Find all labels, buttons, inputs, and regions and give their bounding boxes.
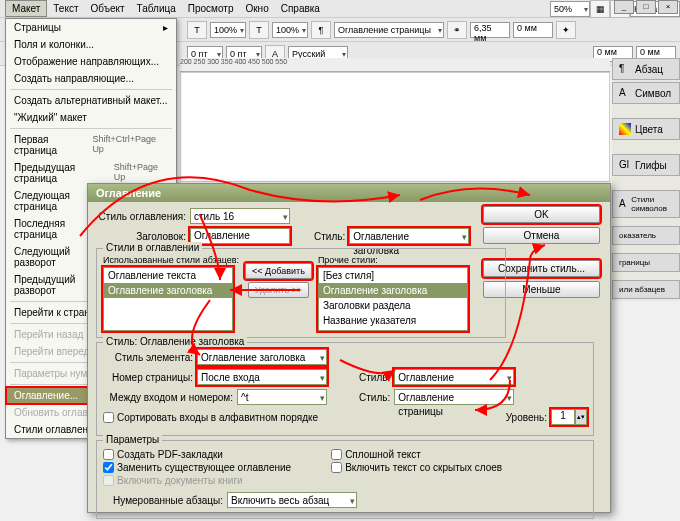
level-stepper[interactable]: 1 ▴▾: [551, 409, 587, 425]
used-styles-label: Использованные стили абзацев:: [103, 255, 239, 265]
menu-layout[interactable]: Макет: [5, 0, 47, 17]
dd-liquid[interactable]: "Жидкий" макет: [6, 109, 176, 126]
list-item[interactable]: [Основной абзац]: [319, 328, 467, 331]
cancel-button[interactable]: Отмена: [483, 227, 600, 244]
between-label: Между входом и номером:: [103, 392, 233, 403]
panel-extra-2[interactable]: границы: [612, 253, 680, 272]
layout-icon[interactable]: ▦: [590, 0, 610, 18]
side-panels: ¶Абзац AСимвол Цвета GlГлифы AСтили симв…: [612, 58, 680, 301]
continuous-checkbox[interactable]: [331, 449, 342, 460]
menu-help[interactable]: Справка: [275, 1, 326, 16]
minimize-button[interactable]: _: [614, 0, 634, 14]
menu-window[interactable]: Окно: [239, 1, 274, 16]
title-label: Заголовок:: [96, 231, 186, 242]
dd-pages[interactable]: Страницы▸: [6, 19, 176, 36]
level-label: Уровень:: [506, 412, 547, 423]
swatch-icon: [619, 123, 631, 135]
between-style-combo[interactable]: Оглавление страницы: [394, 389, 514, 405]
type-icon[interactable]: T: [187, 21, 207, 39]
horizontal-ruler: 200 250 300 350 400 450 500 550: [180, 58, 610, 72]
main-menubar: Макет Текст Объект Таблица Просмотр Окно…: [0, 0, 680, 18]
numbered-label: Нумерованные абзацы:: [103, 495, 223, 506]
menu-table[interactable]: Таблица: [131, 1, 182, 16]
menu-view[interactable]: Просмотр: [182, 1, 240, 16]
list-item[interactable]: Оглавление текста: [104, 268, 232, 283]
dd-guides-show[interactable]: Отображение направляющих...: [6, 53, 176, 70]
char-style-icon: A: [619, 198, 627, 210]
panel-paragraph[interactable]: ¶Абзац: [612, 58, 680, 80]
other-styles-list[interactable]: [Без стиля] Оглавление заголовка Заголов…: [318, 267, 468, 331]
sort-checkbox[interactable]: [103, 412, 114, 423]
panel-char-styles[interactable]: AСтили символов: [612, 190, 680, 218]
elem-group-title: Стиль: Оглавление заголовка: [103, 336, 247, 347]
title-input[interactable]: Оглавление: [190, 228, 290, 244]
panel-colors[interactable]: Цвета: [612, 118, 680, 140]
zoom-combo[interactable]: 50%: [550, 1, 590, 17]
toc-style-label: Стиль оглавления:: [96, 211, 186, 222]
title-style-combo[interactable]: Оглавление заголовка: [349, 228, 469, 244]
para-icon[interactable]: ¶: [311, 21, 331, 39]
hidden-checkbox[interactable]: [331, 462, 342, 473]
size1-combo[interactable]: 100%: [210, 22, 246, 38]
add-button[interactable]: << Добавить: [245, 263, 312, 279]
dialog-title: Оглавление: [88, 184, 610, 202]
menu-object[interactable]: Объект: [85, 1, 131, 16]
between-combo[interactable]: ^t: [237, 389, 327, 405]
ok-button[interactable]: OK: [483, 206, 600, 223]
toc-style-combo[interactable]: стиль 16: [190, 208, 290, 224]
style2-label: Стиль:: [359, 372, 390, 383]
list-item[interactable]: Оглавление заголовка: [104, 283, 232, 298]
used-styles-list[interactable]: Оглавление текста Оглавление заголовка: [103, 267, 233, 331]
dd-margins[interactable]: Поля и колонки...: [6, 36, 176, 53]
window-controls: _ □ ×: [614, 0, 678, 14]
style-label: Стиль:: [314, 231, 345, 242]
page-num-combo[interactable]: После входа: [197, 369, 327, 385]
other-styles-label: Прочие стили:: [318, 255, 468, 265]
type2-icon[interactable]: T: [249, 21, 269, 39]
params-group-title: Параметры: [103, 434, 162, 445]
elem-style-combo[interactable]: Оглавление заголовка: [197, 349, 327, 365]
elem-style-label: Стиль элемента:: [103, 352, 193, 363]
page-style-combo[interactable]: Оглавление страницы: [394, 369, 514, 385]
panel-extra-3[interactable]: или абзацев: [612, 280, 680, 299]
dim2-input[interactable]: 0 мм: [513, 22, 553, 38]
replace-checkbox[interactable]: [103, 462, 114, 473]
maximize-button[interactable]: □: [636, 0, 656, 14]
styles-group-title: Стили в оглавлении: [103, 242, 202, 253]
character-icon: A: [619, 87, 631, 99]
style3-label: Стиль:: [359, 392, 390, 403]
menu-text[interactable]: Текст: [47, 1, 84, 16]
numbered-combo[interactable]: Включить весь абзац: [227, 492, 357, 508]
panel-extra-1[interactable]: оказатель: [612, 226, 680, 245]
list-item[interactable]: Оглавление заголовка: [319, 283, 467, 298]
sort-label: Сортировать входы в алфавитном порядке: [117, 412, 318, 423]
list-item[interactable]: [Без стиля]: [319, 268, 467, 283]
glyph-icon: Gl: [619, 159, 631, 171]
star-icon[interactable]: ✦: [556, 21, 576, 39]
pdf-checkbox[interactable]: [103, 449, 114, 460]
list-item[interactable]: Заголовки раздела: [319, 298, 467, 313]
dd-first-page[interactable]: Первая страницаShift+Ctrl+Page Up: [6, 131, 176, 159]
panel-character[interactable]: AСимвол: [612, 82, 680, 104]
remove-button: Удалить >>: [248, 282, 309, 298]
dd-alt-layout[interactable]: Создать альтернативный макет...: [6, 92, 176, 109]
page-num-label: Номер страницы:: [103, 372, 193, 383]
include-doc-checkbox: [103, 475, 114, 486]
toc-dialog: Оглавление Стиль оглавления: стиль 16 За…: [87, 183, 611, 513]
close-button[interactable]: ×: [658, 0, 678, 14]
size2-combo[interactable]: 100%: [272, 22, 308, 38]
list-item[interactable]: Название указателя: [319, 313, 467, 328]
paragraph-icon: ¶: [619, 63, 631, 75]
dim1-input[interactable]: 6,35 мм: [470, 22, 510, 38]
document-canvas[interactable]: [180, 72, 610, 182]
panel-glyphs[interactable]: GlГлифы: [612, 154, 680, 176]
para-style-combo[interactable]: Оглавление страницы: [334, 22, 444, 38]
chain-icon[interactable]: ⚭: [447, 21, 467, 39]
dd-guides-create[interactable]: Создать направляющие...: [6, 70, 176, 87]
